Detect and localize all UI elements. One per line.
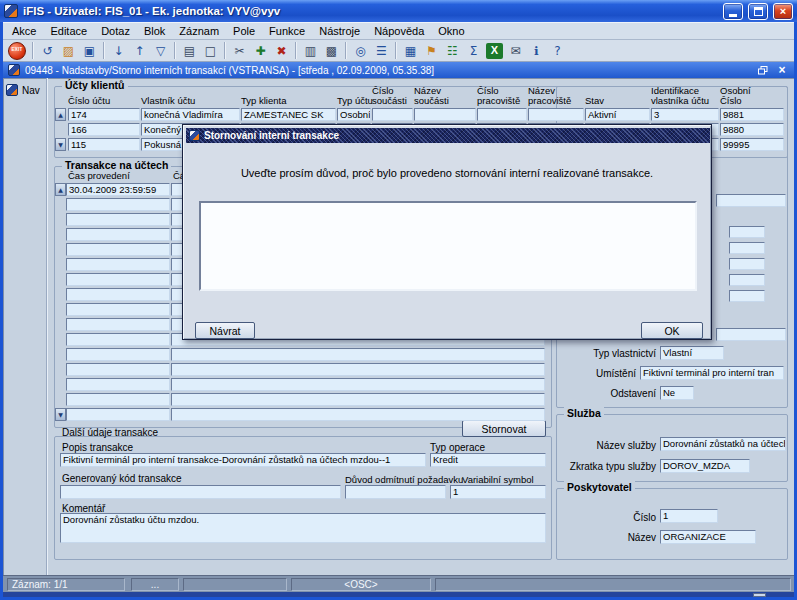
transactions-cell-amount[interactable]: [171, 378, 545, 391]
accounts-cell[interactable]: 166: [68, 123, 140, 136]
copy-icon[interactable]: ▥: [300, 41, 321, 60]
close-button[interactable]: ×: [773, 3, 793, 20]
insert-record-icon[interactable]: ✚: [250, 41, 271, 60]
filter-icon[interactable]: ▽: [150, 41, 171, 60]
accounts-cell[interactable]: 99995: [720, 138, 784, 151]
transactions-cell-time[interactable]: [66, 393, 170, 406]
nazev-sluzby-field[interactable]: Dorovnání zůstatků na účtech: [660, 437, 786, 451]
transactions-cell-time[interactable]: [66, 378, 170, 391]
accounts-cell[interactable]: 9881: [720, 108, 784, 121]
ok-button[interactable]: OK: [641, 322, 703, 339]
accounts-cell[interactable]: ZAMESTANEC SK: [241, 108, 336, 121]
paste-icon[interactable]: ▩: [321, 41, 342, 60]
generovany-kod-field[interactable]: [60, 485, 341, 499]
variabilni-symbol-field[interactable]: 1: [450, 485, 546, 499]
info-icon[interactable]: ℹ: [526, 41, 547, 60]
transactions-cell-time[interactable]: [66, 333, 170, 346]
dialog-titlebar[interactable]: Stornování interní transakce: [186, 128, 710, 143]
menu-item-blok[interactable]: Blok: [137, 24, 172, 38]
excel-export-icon[interactable]: X: [486, 43, 503, 59]
transactions-cell-time[interactable]: [66, 258, 170, 271]
print-icon[interactable]: ▤: [179, 41, 200, 60]
popis-field[interactable]: Fiktivní terminál pro interní transakce-…: [60, 453, 426, 467]
menu-item-akce[interactable]: Akce: [5, 24, 43, 38]
transactions-cell-time[interactable]: [66, 228, 170, 241]
menu-item-nastroje[interactable]: Nástroje: [312, 24, 367, 38]
delete-record-icon[interactable]: ✖: [271, 41, 292, 60]
maximize-button[interactable]: [748, 3, 768, 20]
menu-item-okno[interactable]: Okno: [431, 24, 471, 38]
transactions-cell-time[interactable]: [66, 363, 170, 376]
transactions-cell-amount[interactable]: [171, 348, 545, 361]
komentar-field[interactable]: Dorovnání zůstatku účtu mzdou.: [60, 513, 546, 543]
transactions-cell-time[interactable]: 30.04.2009 23:59:59: [66, 183, 170, 196]
accounts-cell[interactable]: Osobní: [337, 108, 371, 121]
menu-item-funkce[interactable]: Funkce: [262, 24, 312, 38]
stornovat-button[interactable]: Stornovat: [462, 420, 546, 437]
navrat-button[interactable]: Návrat: [195, 322, 255, 339]
nav-icon[interactable]: [6, 84, 18, 96]
sort-descending-icon[interactable]: ↑: [129, 41, 150, 60]
transactions-cell-amount[interactable]: [171, 408, 545, 421]
menu-item-pole[interactable]: Pole: [226, 24, 262, 38]
accounts-cell[interactable]: 115: [68, 138, 140, 151]
odstaveni-field[interactable]: Ne: [660, 386, 694, 400]
minimize-button[interactable]: [723, 3, 743, 20]
search-icon[interactable]: ◎: [350, 41, 371, 60]
accounts-cell[interactable]: 9880: [720, 123, 784, 136]
poskytovatel-cislo-field[interactable]: 1: [660, 509, 718, 523]
tree-icon[interactable]: ☷: [442, 41, 463, 60]
field[interactable]: [729, 274, 765, 286]
field[interactable]: [729, 258, 765, 270]
accounts-cell[interactable]: [528, 108, 584, 121]
field[interactable]: [729, 242, 765, 254]
field[interactable]: [716, 328, 786, 341]
field[interactable]: [729, 290, 765, 302]
menu-item-napoveda[interactable]: Nápověda: [367, 24, 431, 38]
transactions-cell-time[interactable]: [66, 408, 170, 421]
transactions-scroll-down-button[interactable]: ▼: [55, 408, 66, 421]
accounts-cell[interactable]: 3: [651, 108, 719, 121]
transactions-cell-time[interactable]: [66, 318, 170, 331]
sum-icon[interactable]: Σ: [463, 41, 484, 60]
mail-icon[interactable]: ✉: [505, 41, 526, 60]
transactions-cell-time[interactable]: [66, 213, 170, 226]
umisteni-field[interactable]: Fiktivní terminál pro interní tran: [640, 366, 784, 380]
attachment-icon[interactable]: ⚑: [421, 41, 442, 60]
accounts-cell[interactable]: [414, 108, 476, 121]
save-icon[interactable]: ▣: [79, 41, 100, 60]
storno-reason-textarea[interactable]: [199, 201, 697, 291]
accounts-cell[interactable]: Aktivní: [585, 108, 650, 121]
transactions-scroll-up-button[interactable]: ▲: [55, 183, 66, 196]
cut-icon[interactable]: ✂: [229, 41, 250, 60]
mdi-restore-button[interactable]: [756, 64, 770, 77]
accounts-cell[interactable]: [372, 108, 413, 121]
transactions-cell-time[interactable]: [66, 348, 170, 361]
transactions-cell-time[interactable]: [66, 243, 170, 256]
accounts-cell[interactable]: konečná Vladimíra: [141, 108, 240, 121]
sort-ascending-icon[interactable]: ↓: [108, 41, 129, 60]
field[interactable]: [729, 226, 765, 238]
accounts-scroll-up-button[interactable]: ▲: [55, 108, 66, 121]
transactions-cell-time[interactable]: [66, 198, 170, 211]
calendar-icon[interactable]: ▦: [400, 41, 421, 60]
transactions-cell-amount[interactable]: [171, 393, 545, 406]
duvod-odmitnuti-field[interactable]: [345, 485, 446, 499]
transactions-cell-time[interactable]: [66, 303, 170, 316]
list-of-values-icon[interactable]: ☰: [371, 41, 392, 60]
help-icon[interactable]: ?: [547, 41, 568, 60]
accounts-cell[interactable]: 174: [68, 108, 140, 121]
menu-item-zaznam[interactable]: Záznam: [172, 24, 226, 38]
nav-item-label[interactable]: Nav: [22, 85, 40, 96]
transactions-cell-time[interactable]: [66, 273, 170, 286]
zkratka-sluzby-field[interactable]: DOROV_MZDA: [660, 459, 750, 473]
accounts-scroll-down-button[interactable]: ▼: [55, 138, 66, 151]
field[interactable]: [716, 194, 786, 207]
menu-item-dotaz[interactable]: Dotaz: [94, 24, 137, 38]
resize-grip[interactable]: [753, 593, 766, 597]
exit-button[interactable]: EXIT: [8, 42, 26, 60]
clear-form-icon[interactable]: ↺: [37, 41, 58, 60]
transactions-cell-amount[interactable]: [171, 363, 545, 376]
mdi-close-button[interactable]: ×: [775, 64, 789, 77]
open-folder-icon[interactable]: ▨: [58, 41, 79, 60]
